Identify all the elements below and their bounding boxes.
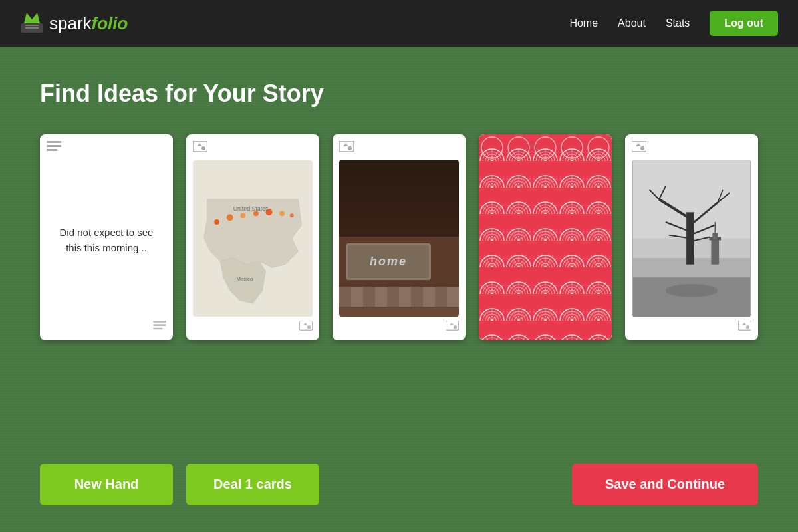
logo-icon bbox=[20, 11, 44, 35]
svg-rect-7 bbox=[153, 321, 166, 323]
card-5-icon-top bbox=[632, 141, 751, 156]
svg-marker-30 bbox=[450, 323, 454, 325]
svg-text:Mexico: Mexico bbox=[237, 276, 253, 282]
svg-point-16 bbox=[240, 213, 245, 218]
card-1[interactable]: Did not expect to see this this morning.… bbox=[40, 134, 173, 340]
nav-home[interactable]: Home bbox=[569, 17, 598, 29]
left-buttons: New Hand Deal 1 cards bbox=[40, 464, 319, 505]
svg-text:United States: United States bbox=[233, 205, 269, 212]
logout-button[interactable]: Log out bbox=[710, 11, 778, 36]
card-5-bw bbox=[632, 160, 751, 317]
card-2[interactable]: United States Mexico bbox=[186, 134, 319, 340]
card-2-icon-bottom bbox=[193, 321, 313, 334]
svg-rect-29 bbox=[446, 321, 459, 330]
svg-marker-24 bbox=[303, 323, 308, 325]
svg-rect-8 bbox=[153, 324, 166, 326]
card-3[interactable]: home bbox=[332, 134, 466, 340]
card-3-image: home bbox=[339, 160, 459, 317]
svg-point-56 bbox=[666, 284, 718, 297]
svg-point-74 bbox=[746, 325, 749, 329]
navbar: sparkfolio Home About Stats Log out bbox=[0, 0, 798, 47]
card-1-text: Did not expect to see this this morning.… bbox=[47, 160, 166, 321]
svg-rect-5 bbox=[47, 145, 61, 147]
svg-rect-3 bbox=[25, 27, 39, 29]
doormat: home bbox=[346, 243, 431, 280]
svg-point-14 bbox=[214, 219, 219, 225]
svg-point-51 bbox=[640, 146, 644, 150]
card-4[interactable] bbox=[479, 134, 612, 340]
bottom-bar: New Hand Deal 1 cards Save and Continue bbox=[40, 464, 758, 505]
cards-area: Did not expect to see this this morning.… bbox=[40, 134, 758, 444]
card-3-doormat: home bbox=[339, 160, 459, 317]
logo: sparkfolio bbox=[20, 11, 128, 35]
svg-rect-6 bbox=[47, 149, 57, 151]
svg-rect-68 bbox=[711, 239, 719, 265]
svg-marker-73 bbox=[742, 323, 747, 325]
svg-rect-43 bbox=[479, 134, 612, 340]
new-hand-button[interactable]: New Hand bbox=[40, 464, 173, 505]
logo-text: sparkfolio bbox=[49, 13, 128, 34]
card-3-icon-top bbox=[339, 141, 459, 156]
card-3-icon-bottom bbox=[339, 321, 459, 334]
svg-point-19 bbox=[279, 211, 285, 216]
card-2-image: United States Mexico bbox=[193, 160, 313, 317]
svg-point-25 bbox=[307, 325, 311, 329]
deal-cards-button[interactable]: Deal 1 cards bbox=[186, 464, 319, 505]
svg-point-15 bbox=[227, 214, 233, 221]
svg-rect-70 bbox=[712, 233, 718, 240]
svg-rect-4 bbox=[47, 141, 61, 143]
svg-point-12 bbox=[201, 146, 205, 150]
card-4-pattern bbox=[479, 134, 612, 340]
svg-rect-72 bbox=[738, 321, 751, 330]
nav-links: Home About Stats Log out bbox=[569, 11, 778, 36]
card-2-map: United States Mexico bbox=[193, 160, 313, 317]
svg-rect-2 bbox=[25, 25, 39, 26]
svg-marker-11 bbox=[197, 143, 202, 146]
doormat-text: home bbox=[370, 255, 407, 269]
main-content: Find Ideas for Your Story Did not expect… bbox=[0, 47, 798, 532]
svg-point-31 bbox=[454, 325, 457, 329]
card-5[interactable] bbox=[625, 134, 758, 340]
page-title: Find Ideas for Your Story bbox=[40, 80, 758, 108]
card-1-icon-bottom bbox=[47, 321, 166, 334]
svg-marker-1 bbox=[24, 13, 40, 23]
card-2-icon-top bbox=[193, 141, 313, 156]
svg-rect-23 bbox=[299, 321, 313, 330]
svg-rect-9 bbox=[153, 328, 162, 330]
card-5-icon-bottom bbox=[632, 321, 751, 334]
nav-about[interactable]: About bbox=[618, 17, 646, 29]
nav-stats[interactable]: Stats bbox=[666, 17, 690, 29]
svg-point-20 bbox=[290, 213, 294, 217]
save-continue-button[interactable]: Save and Continue bbox=[572, 464, 758, 505]
card-1-icon-top bbox=[47, 141, 166, 156]
card-5-image bbox=[632, 160, 751, 317]
svg-marker-27 bbox=[343, 143, 348, 146]
svg-point-28 bbox=[348, 146, 352, 150]
svg-marker-50 bbox=[636, 143, 641, 146]
